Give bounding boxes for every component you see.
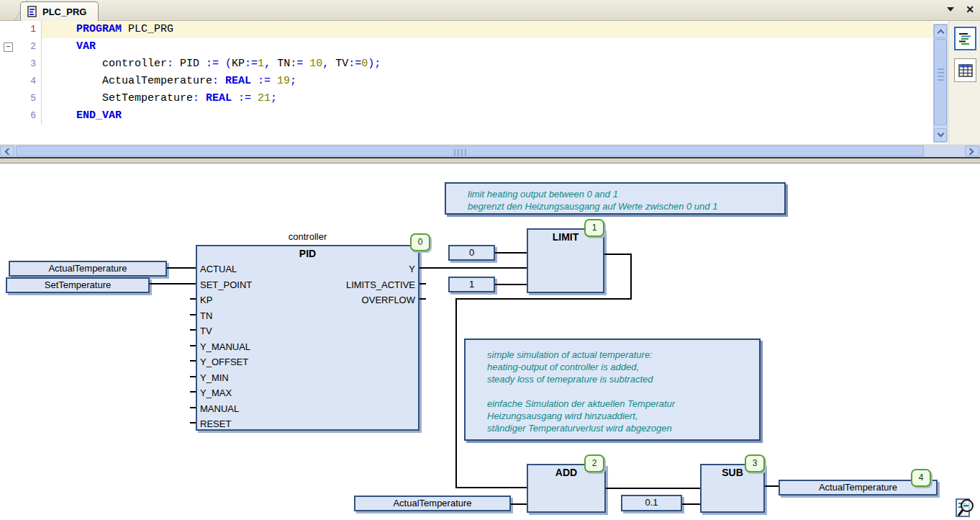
code-text[interactable]: PROGRAM PLC_PRG bbox=[42, 21, 933, 38]
code-text[interactable]: SetTemperature: REAL := 21; bbox=[42, 90, 933, 107]
limit-block[interactable]: LIMIT bbox=[527, 228, 604, 293]
pid-input-reset: RESET bbox=[200, 418, 231, 429]
code-text[interactable]: VAR bbox=[42, 38, 933, 55]
var-box-actualtemperature-in2[interactable]: ActualTemperature bbox=[354, 496, 511, 511]
zoom-tool-button[interactable] bbox=[952, 497, 976, 519]
code-text[interactable]: END_VAR bbox=[42, 107, 933, 125]
declaration-editor: 1 PROGRAM PLC_PRG − 2 VAR 3 controller: … bbox=[0, 21, 980, 144]
comment-line: begrenzt den Heizungsausgang auf Werte z… bbox=[468, 200, 777, 212]
wire bbox=[604, 254, 632, 255]
chevron-left-icon bbox=[5, 148, 12, 156]
tab-plc-prg[interactable]: PLC_PRG bbox=[20, 1, 99, 21]
var-box-actualtemperature-in[interactable]: ActualTemperature bbox=[9, 261, 167, 277]
chevron-up-icon bbox=[938, 30, 945, 37]
scroll-right-button[interactable] bbox=[965, 145, 979, 156]
pid-block-title: PID bbox=[197, 248, 418, 259]
line-number: 6 bbox=[17, 107, 42, 125]
pin-stub bbox=[190, 422, 196, 423]
editor-right-strip bbox=[948, 21, 980, 144]
vertical-scrollbar[interactable] bbox=[933, 24, 948, 143]
wire bbox=[511, 503, 527, 505]
pid-input-y-offset: Y_OFFSET bbox=[200, 357, 248, 367]
comment-box-simulation[interactable]: simple simulation of actual temperature:… bbox=[464, 339, 761, 441]
pin-stub bbox=[190, 298, 196, 300]
code-line-5[interactable]: 5 SetTemperature: REAL := 21; bbox=[0, 90, 933, 107]
chevron-right-icon bbox=[967, 148, 974, 156]
code-text[interactable]: ActualTemperature: REAL := 19; bbox=[42, 73, 933, 90]
pid-output-overflow: OVERFLOW bbox=[362, 295, 415, 305]
tabular-view-icon bbox=[958, 63, 973, 78]
comment-line: limit heating output between 0 and 1 bbox=[468, 188, 777, 200]
scroll-down-button[interactable] bbox=[934, 128, 947, 142]
tab-label: PLC_PRG bbox=[42, 6, 86, 17]
comment-line: einfache Simulation der aktuellen Temper… bbox=[487, 398, 752, 410]
execution-order-badge-3: 3 bbox=[745, 454, 765, 472]
tab-bar: PLC_PRG ✕ bbox=[0, 0, 980, 21]
textual-view-button[interactable] bbox=[954, 27, 976, 50]
close-icon[interactable]: ✕ bbox=[966, 4, 974, 14]
horizontal-scrollbar[interactable] bbox=[0, 144, 980, 157]
wire bbox=[495, 252, 527, 254]
pin-stub bbox=[190, 329, 196, 331]
comment-line: simple simulation of actual temperature: bbox=[487, 349, 752, 361]
pid-input-y-manual: Y_MANUAL bbox=[200, 341, 250, 352]
fold-gutter bbox=[0, 55, 17, 73]
code-line-2[interactable]: − 2 VAR bbox=[0, 38, 933, 55]
vertical-scroll-thumb[interactable] bbox=[934, 39, 947, 125]
collapse-icon[interactable]: − bbox=[4, 42, 13, 52]
comment-line bbox=[487, 385, 752, 398]
pid-input-y-min: Y_MIN bbox=[200, 372, 229, 383]
textual-view-icon bbox=[958, 32, 973, 46]
code-area[interactable]: 1 PROGRAM PLC_PRG − 2 VAR 3 controller: … bbox=[0, 21, 933, 144]
window-list-dropdown-icon[interactable] bbox=[947, 7, 954, 12]
scroll-thumb-grip bbox=[938, 68, 944, 81]
pid-input-actual: ACTUAL bbox=[200, 264, 237, 274]
scroll-thumb-grip bbox=[454, 149, 466, 156]
scroll-left-button[interactable] bbox=[0, 145, 14, 156]
comment-line: Heizungsausgang wird hinzuaddiert, bbox=[487, 410, 752, 422]
pid-input-set-point: SET_POINT bbox=[200, 279, 252, 290]
pid-output-limits-active: LIMITS_ACTIVE bbox=[346, 279, 415, 290]
code-line-3[interactable]: 3 controller: PID := (KP:=1, TN:= 10, TV… bbox=[0, 55, 933, 73]
tabular-view-button[interactable] bbox=[954, 58, 976, 82]
pane-splitter[interactable] bbox=[0, 157, 980, 163]
execution-order-badge-1: 1 bbox=[584, 219, 604, 237]
code-line-6[interactable]: 6 END_VAR bbox=[0, 107, 933, 125]
comment-box-limit[interactable]: limit heating output between 0 and 1 beg… bbox=[445, 182, 786, 215]
pid-block[interactable]: PID ACTUAL SET_POINT KP TN TV Y_MANUAL Y… bbox=[196, 245, 419, 431]
const-box-one[interactable]: 1 bbox=[448, 277, 495, 292]
pin-stub bbox=[190, 360, 196, 362]
wire bbox=[150, 283, 196, 284]
pin-stub bbox=[190, 376, 196, 377]
horizontal-scroll-thumb[interactable] bbox=[16, 145, 924, 156]
wire bbox=[630, 254, 632, 300]
const-box-zero[interactable]: 0 bbox=[448, 245, 495, 261]
comment-line: ständiger Temperaturverlust wird abgezog… bbox=[487, 422, 752, 434]
fold-gutter bbox=[0, 73, 17, 90]
code-line-4[interactable]: 4 ActualTemperature: REAL := 19; bbox=[0, 73, 933, 90]
fold-gutter bbox=[0, 107, 17, 125]
code-text[interactable]: controller: PID := (KP:=1, TN:= 10, TV:=… bbox=[42, 55, 933, 73]
scroll-up-button[interactable] bbox=[934, 24, 947, 38]
pin-stub bbox=[190, 391, 196, 393]
wire bbox=[455, 298, 632, 300]
pin-stub bbox=[419, 283, 426, 284]
wire bbox=[495, 284, 527, 285]
const-box-point-one[interactable]: 0.1 bbox=[621, 495, 682, 511]
pid-input-manual: MANUAL bbox=[200, 403, 239, 414]
line-number: 2 bbox=[17, 38, 42, 55]
wire bbox=[606, 488, 700, 489]
code-line-1[interactable]: 1 PROGRAM PLC_PRG bbox=[0, 21, 933, 38]
fold-gutter: − bbox=[0, 38, 17, 55]
fold-gutter bbox=[0, 21, 17, 38]
pid-instance-name: controller bbox=[196, 231, 419, 242]
execution-order-badge-4: 4 bbox=[911, 469, 931, 487]
wire bbox=[455, 298, 457, 488]
wire bbox=[682, 503, 700, 505]
var-box-settemperature-in[interactable]: SetTemperature bbox=[6, 277, 150, 293]
pid-input-tv: TV bbox=[200, 326, 212, 336]
pin-stub bbox=[190, 267, 196, 269]
wire bbox=[419, 267, 527, 269]
line-number: 3 bbox=[17, 55, 42, 73]
cfc-diagram: limit heating output between 0 and 1 beg… bbox=[0, 163, 980, 520]
